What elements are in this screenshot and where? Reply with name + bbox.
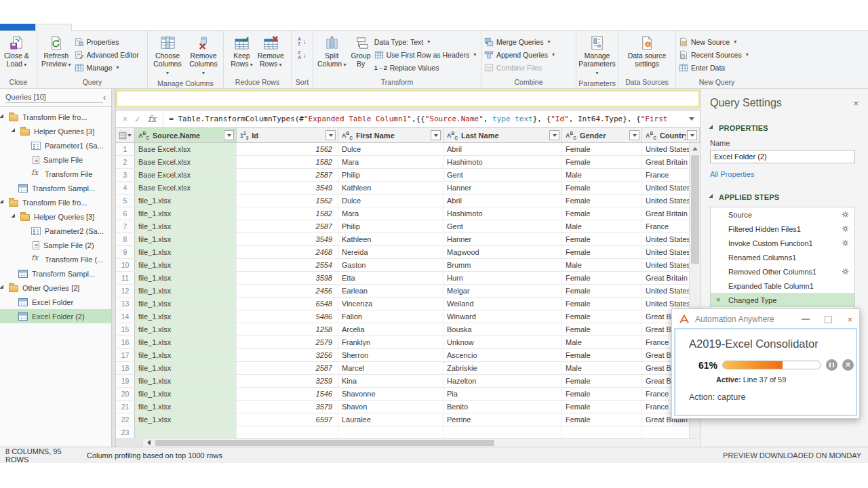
cell-id[interactable]: 3549 (237, 233, 338, 245)
refresh-preview-button[interactable]: Refresh Preview (40, 33, 73, 77)
cell-id[interactable]: 1562 (237, 143, 338, 155)
cell-first-name[interactable]: Shavon (338, 401, 443, 413)
properties-button[interactable]: Properties (75, 36, 139, 47)
filter-dropdown-button[interactable] (549, 130, 559, 140)
cell-id[interactable]: 1582 (237, 156, 338, 168)
cell-id[interactable]: 2587 (237, 169, 338, 181)
close-and-load-button[interactable]: Close & Load (3, 33, 31, 77)
cell-source-name[interactable]: file_1.xlsx (135, 388, 237, 400)
cell-id[interactable]: 5486 (237, 310, 338, 323)
cell-id[interactable]: 1562 (237, 195, 338, 207)
row-number[interactable]: 23 (116, 426, 135, 438)
new-source-button[interactable]: New Source (679, 36, 749, 47)
sort-descending-button[interactable]: ZA↓ (298, 49, 307, 61)
cell-id[interactable]: 2456 (237, 285, 338, 297)
row-number[interactable]: 13 (116, 298, 135, 310)
aa-title-bar[interactable]: Automation Anywhere × (672, 309, 859, 328)
query-tree-item[interactable]: Other Queries [2] (0, 281, 111, 295)
row-number[interactable]: 21 (116, 401, 135, 413)
scroll-left-arrow[interactable] (143, 440, 154, 445)
maximize-icon[interactable] (825, 316, 832, 323)
row-number[interactable]: 16 (116, 336, 135, 348)
row-number[interactable]: 5 (116, 195, 135, 207)
formula-commit-icon[interactable]: ✓ (134, 115, 141, 124)
cell-id[interactable]: 2587 (237, 362, 338, 374)
cell-gender[interactable]: Female (562, 401, 642, 413)
cell-id[interactable] (237, 426, 338, 438)
stop-button[interactable] (842, 359, 854, 371)
query-tree-item[interactable]: Parameter2 (Sa... (0, 224, 111, 238)
horizontal-scrollbar[interactable] (116, 438, 700, 447)
row-number[interactable]: 17 (116, 349, 135, 361)
cell-first-name[interactable]: Arcelia (338, 323, 443, 336)
cell-source-name[interactable] (135, 426, 237, 438)
cell-gender[interactable]: Female (562, 143, 642, 155)
cell-source-name[interactable]: file_1.xlsx (135, 323, 237, 336)
applied-step[interactable]: Expanded Table Column1 (711, 279, 854, 293)
step-settings-gear-icon[interactable] (842, 268, 849, 275)
row-number[interactable]: 14 (116, 310, 135, 323)
cell-id[interactable]: 2579 (237, 336, 338, 348)
column-header[interactable]: 123 Id (237, 128, 338, 142)
cell-first-name[interactable]: Dulce (338, 143, 443, 155)
data-type-button[interactable]: Data Type: Text (374, 36, 477, 47)
split-column-button[interactable]: Split Column (316, 33, 347, 77)
recent-sources-button[interactable]: Recent Sources (679, 49, 749, 60)
filter-dropdown-button[interactable] (431, 130, 441, 140)
cell-source-name[interactable]: file_1.xlsx (135, 233, 237, 245)
row-number[interactable]: 2 (116, 156, 135, 168)
pause-button[interactable] (826, 359, 837, 371)
combine-files-button[interactable]: Combine Files (484, 62, 555, 73)
file-tab[interactable] (0, 24, 35, 30)
cell-gender[interactable]: Female (562, 246, 642, 258)
row-number[interactable]: 15 (116, 323, 135, 336)
query-tree-item[interactable]: Sample File (0, 152, 111, 167)
query-tree-item[interactable]: Transform Sampl... (0, 181, 111, 195)
append-queries-button[interactable]: Append Queries (484, 49, 555, 60)
applied-step[interactable]: Renamed Columns1 (711, 250, 854, 264)
row-number[interactable]: 9 (116, 246, 135, 258)
advanced-editor-button[interactable]: Advanced Editor (75, 49, 139, 60)
row-number[interactable]: 10 (116, 259, 135, 271)
applied-step[interactable]: Source (711, 207, 854, 222)
query-tree-item[interactable]: Transform File (... (0, 252, 111, 266)
row-number[interactable]: 19 (116, 375, 135, 387)
cell-last-name[interactable]: Gent (443, 220, 562, 232)
cell-id[interactable]: 3259 (237, 375, 338, 387)
cell-first-name[interactable]: Kathleen (338, 233, 443, 245)
query-tree-item[interactable]: Transform File fro... (0, 195, 111, 209)
cell-gender[interactable]: Male (562, 220, 642, 232)
tree-expand-icon[interactable] (11, 214, 18, 221)
minimize-icon[interactable] (802, 319, 810, 320)
cell-source-name[interactable]: file_1.xlsx (135, 362, 237, 374)
query-tree-item[interactable]: Excel Folder (2) (0, 309, 111, 323)
cell-id[interactable]: 1258 (237, 323, 338, 336)
cell-last-name[interactable] (443, 426, 562, 438)
scroll-up-arrow[interactable] (690, 143, 700, 154)
row-number[interactable]: 20 (116, 388, 135, 400)
pane-splitter[interactable] (111, 89, 116, 447)
cell-id[interactable]: 6548 (237, 298, 338, 310)
cell-gender[interactable]: Female (562, 413, 642, 426)
row-number[interactable]: 12 (116, 285, 135, 297)
applied-step[interactable]: Filtered Hidden Files1 (711, 222, 854, 236)
cell-last-name[interactable]: Weiland (443, 298, 562, 310)
all-properties-link[interactable]: All Properties (710, 170, 859, 178)
cell-id[interactable]: 2468 (237, 246, 338, 258)
cell-gender[interactable] (562, 426, 642, 438)
cell-gender[interactable]: Female (562, 310, 642, 323)
cell-gender[interactable]: Male (562, 259, 642, 271)
cell-id[interactable]: 3598 (237, 272, 338, 284)
query-tree-item[interactable]: Transform File fro... (0, 110, 111, 124)
cell-last-name[interactable]: Melgar (443, 285, 562, 297)
applied-step[interactable]: Removed Other Columns1 (711, 264, 854, 279)
cell-gender[interactable]: Female (562, 375, 642, 387)
horizontal-scroll-thumb[interactable] (155, 440, 494, 446)
cell-first-name[interactable]: Earlean (338, 285, 443, 297)
column-header[interactable]: ABC Last Name (443, 128, 562, 142)
home-tab[interactable] (35, 24, 72, 31)
formula-cancel-icon[interactable]: × (123, 115, 127, 124)
tree-expand-icon[interactable] (0, 199, 7, 207)
cell-last-name[interactable]: Perrine (443, 413, 562, 426)
sort-ascending-button[interactable]: AZ↓ (298, 36, 307, 47)
